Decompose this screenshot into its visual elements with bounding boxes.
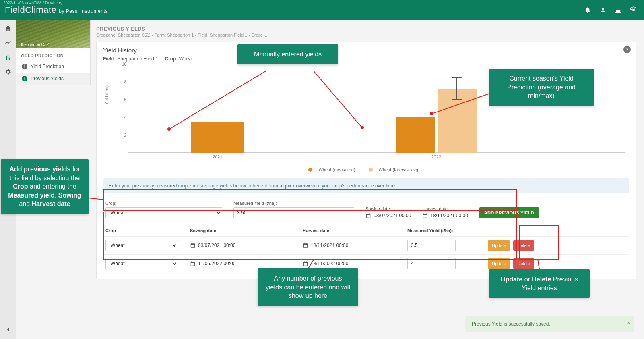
th-yield: Measured Yield (t/ha): bbox=[407, 228, 488, 233]
field-value: Shepparton Field 1 bbox=[117, 56, 158, 62]
sidebar: Shepparton CZ2 YIELD PREDICTION i Yield … bbox=[16, 20, 91, 85]
brand-name: FieldClimate bbox=[5, 5, 56, 15]
page-title: PREVIOUS YIELDS bbox=[96, 26, 636, 32]
crop-label: Crop: bbox=[165, 56, 178, 62]
info-dot-icon: i bbox=[22, 64, 27, 69]
sidebar-item-yield-prediction[interactable]: i Yield Prediction bbox=[16, 60, 90, 73]
update-button[interactable]: Update bbox=[488, 258, 510, 269]
legend-measured: Wheat (measured) bbox=[318, 167, 355, 172]
row-crop-select[interactable]: Wheat bbox=[105, 258, 178, 269]
y-tick: 4 bbox=[115, 115, 126, 120]
banner-label: Shepparton CZ2 bbox=[19, 42, 49, 47]
brand-byline: by Pessl Instruments bbox=[59, 8, 107, 14]
sidebar-banner[interactable]: Shepparton CZ2 bbox=[16, 20, 90, 48]
row-sowing-date[interactable]: 03/07/2021 00:00 bbox=[190, 243, 303, 248]
sidebar-item-previous-yields[interactable]: i Previous Yields bbox=[16, 73, 90, 85]
calendar-icon bbox=[365, 213, 371, 218]
yield-input-label: Measured Yield (t/ha): bbox=[233, 201, 354, 206]
help-icon[interactable]: ? bbox=[623, 46, 631, 53]
home-icon[interactable] bbox=[3, 23, 13, 33]
sowing-date-value: 03/07/2021 00:00 bbox=[374, 213, 411, 218]
crop-value: Wheat bbox=[179, 56, 193, 62]
y-axis-label: Yield (t/ha) bbox=[105, 85, 109, 105]
delete-button[interactable]: Delete bbox=[513, 258, 534, 269]
legend-forecast: Wheat (forecast avg) bbox=[379, 167, 420, 172]
row-yield-input[interactable] bbox=[407, 258, 456, 269]
bell-icon[interactable] bbox=[582, 4, 593, 16]
callout-table-rows: Any number of previous yields can be ent… bbox=[258, 268, 358, 306]
add-previous-yield-form: Crop: Wheat Measured Yield (t/ha): Sowin… bbox=[103, 199, 629, 223]
toast-text: Previous Yield is successfully saved. bbox=[472, 321, 550, 327]
calendar-icon bbox=[190, 261, 196, 266]
calendar-icon bbox=[422, 213, 428, 218]
callout-current-prediction: Current season's Yield Prediction (avera… bbox=[489, 69, 594, 106]
th-crop: Crop bbox=[105, 228, 190, 233]
row-harvest-date[interactable]: 13/11/2022 00:00 bbox=[303, 261, 407, 266]
crop-select[interactable]: Wheat bbox=[105, 207, 222, 218]
bar-forecast bbox=[438, 89, 477, 153]
x-tick: 2022 bbox=[431, 154, 441, 159]
collapse-icon[interactable] bbox=[3, 324, 13, 334]
calendar-icon bbox=[303, 243, 308, 248]
table-row: Wheat03/07/2021 00:0018/11/2021 00:00Upd… bbox=[103, 236, 629, 254]
bar-measured bbox=[396, 117, 435, 153]
yield-input[interactable] bbox=[233, 207, 354, 218]
y-tick: 2 bbox=[115, 133, 126, 137]
user-icon[interactable] bbox=[597, 4, 609, 16]
row-yield-input[interactable] bbox=[407, 240, 456, 251]
callout-manual-yields: Manually entered yields bbox=[237, 44, 338, 64]
chart-icon[interactable] bbox=[3, 52, 13, 62]
harvest-date-label: Harvest date: bbox=[422, 206, 468, 211]
harvest-date-value: 18/11/2021 00:00 bbox=[430, 213, 468, 218]
bar-measured bbox=[191, 122, 244, 153]
callout-add-previous: Add previous yields for this field by se… bbox=[1, 159, 89, 214]
row-sowing-date[interactable]: 11/06/2022 00:00 bbox=[190, 261, 303, 266]
crop-select-label: Crop: bbox=[105, 201, 222, 206]
version-string: 2022-11-03.ad4b7f88 / Dewberry bbox=[3, 1, 62, 5]
delete-button[interactable]: Delete bbox=[513, 240, 534, 251]
sowing-date-label: Sowing date: bbox=[365, 206, 411, 211]
measure-icon[interactable] bbox=[3, 38, 13, 48]
toast-success: Previous Yield is successfully saved. × bbox=[465, 316, 634, 332]
gear-icon[interactable] bbox=[3, 67, 13, 77]
sidebar-section-title: YIELD PREDICTION bbox=[16, 48, 90, 60]
sidebar-item-label: Yield Prediction bbox=[31, 64, 64, 69]
y-tick: 8 bbox=[115, 80, 126, 84]
sidebar-item-label: Previous Yields bbox=[31, 76, 64, 81]
row-crop-select[interactable]: Wheat bbox=[105, 240, 178, 251]
brand-logo: FieldClimate by Pessl Instruments bbox=[5, 5, 108, 15]
row-harvest-date[interactable]: 18/11/2021 00:00 bbox=[303, 243, 407, 248]
callout-update-delete: Update or Delete Previous Yield entries bbox=[489, 269, 590, 298]
add-previous-yield-button[interactable]: ADD PREVIOUS YIELD bbox=[479, 207, 539, 218]
sowing-date-input[interactable]: 03/07/2021 00:00 bbox=[365, 213, 411, 218]
calendar-icon bbox=[303, 261, 308, 266]
x-tick: 2021 bbox=[213, 154, 222, 159]
th-harvest: Harvest date bbox=[303, 228, 407, 233]
th-sowing: Sowing date bbox=[190, 228, 303, 233]
top-bar: 2022-11-03.ad4b7f88 / Dewberry FieldClim… bbox=[0, 0, 644, 20]
field-label: Field: bbox=[103, 56, 116, 62]
y-tick: 10 bbox=[115, 62, 126, 67]
card-meta: Field: Shepparton Field 1 Crop: Wheat bbox=[103, 56, 629, 62]
card-title: Yield History bbox=[103, 47, 629, 54]
calendar-icon bbox=[190, 243, 196, 248]
chart-legend: Wheat (measured) Wheat (forecast avg) bbox=[103, 167, 629, 173]
broadcast-icon[interactable] bbox=[628, 4, 639, 16]
update-button[interactable]: Update bbox=[488, 240, 510, 251]
factory-icon[interactable] bbox=[613, 4, 624, 16]
toast-close-icon[interactable]: × bbox=[627, 320, 630, 326]
info-banner: Enter your previously measured crop zone… bbox=[103, 178, 629, 193]
breadcrumb: Cropzone: Shepparton CZ2 • Farm: Sheppar… bbox=[96, 33, 636, 37]
harvest-date-input[interactable]: 18/11/2021 00:00 bbox=[422, 213, 468, 218]
previous-yields-table: Crop Sowing date Harvest date Measured Y… bbox=[103, 225, 629, 272]
info-dot-icon: i bbox=[22, 76, 27, 81]
y-tick: 6 bbox=[115, 98, 126, 102]
